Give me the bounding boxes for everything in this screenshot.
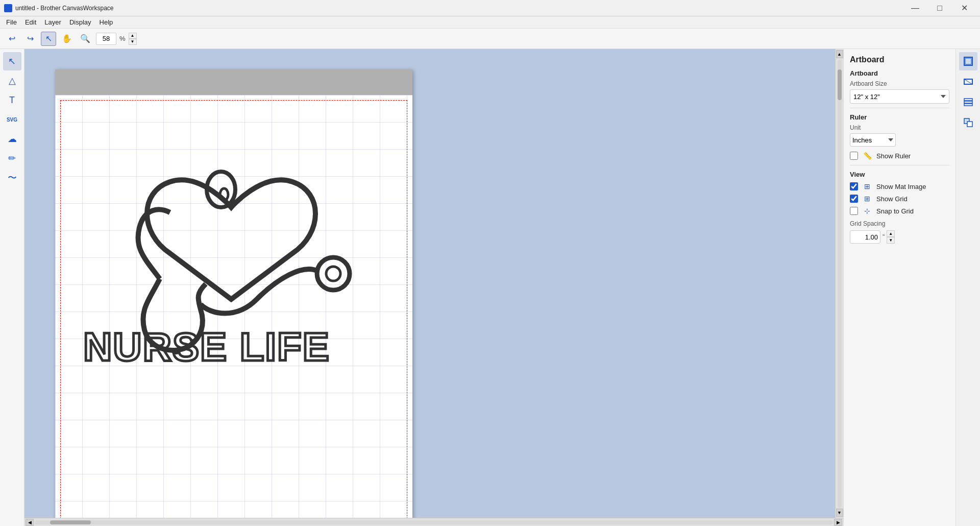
right-icon-bar [955, 49, 980, 526]
artboard-panel-btn[interactable] [959, 52, 977, 70]
layers-panel-btn[interactable] [959, 93, 977, 111]
artboard-size-label: Artboard Size [850, 80, 949, 87]
resize-panel-btn[interactable] [959, 73, 977, 91]
artboard-section-title: Artboard [850, 69, 949, 77]
snap-to-grid-label: Snap to Grid [876, 207, 914, 215]
grid-spacing-unit: " [883, 233, 885, 241]
zoom-spinner: ▲ ▼ [129, 33, 137, 45]
svg-rect-11 [964, 104, 972, 106]
svg-rect-9 [964, 99, 972, 101]
show-ruler-checkbox[interactable] [850, 152, 858, 160]
snap-icon: ⊹ [862, 206, 872, 216]
menu-edit[interactable]: Edit [21, 17, 40, 27]
artboard-size-select[interactable]: 12" x 12" 6" x 6" 6" x 8" 8" x 12" [850, 89, 949, 104]
show-grid-checkbox[interactable] [850, 195, 858, 203]
scroll-down-arrow[interactable]: ▼ [836, 509, 843, 517]
show-mat-image-checkbox[interactable] [850, 182, 858, 190]
grid-spacing-spinner: ▲ ▼ [887, 230, 895, 244]
right-layout: Artboard Artboard Artboard Size 12" x 12… [843, 49, 980, 526]
titlebar-controls: — □ ✕ [903, 0, 976, 16]
svg-point-0 [317, 257, 350, 290]
artwork-svg: NURSE LIFE [58, 100, 405, 396]
shape-tool-side[interactable]: △ [3, 71, 21, 90]
app-icon [4, 4, 12, 12]
menu-file[interactable]: File [2, 17, 21, 27]
redo-button[interactable]: ↪ [22, 32, 38, 46]
unit-select-wrap: Inches Millimeters Centimeters [850, 133, 896, 147]
unit-select[interactable]: Inches Millimeters Centimeters [850, 133, 896, 147]
minimize-button[interactable]: — [903, 0, 927, 16]
svg-line-8 [964, 79, 972, 84]
toolbar: ↩ ↪ ↖ ✋ 🔍 % ▲ ▼ [0, 29, 980, 49]
left-sidebar: ↖ △ T SVG ☁ ✏ 〜 [0, 49, 24, 526]
ruler-icon: 📏 [862, 151, 872, 161]
zoom-up-btn[interactable]: ▲ [129, 33, 137, 39]
properties-panel-btn[interactable] [959, 113, 977, 132]
properties-panel-icon [963, 117, 973, 128]
pen-tool-side[interactable]: ✏ [3, 149, 21, 168]
grid-spacing-row: " ▲ ▼ [850, 230, 949, 244]
scroll-thumb-vertical[interactable] [838, 69, 842, 100]
svg-text:NURSE LIFE: NURSE LIFE [83, 324, 330, 369]
cloud-tool-side[interactable]: ☁ [3, 130, 21, 148]
show-grid-row: ⊞ Show Grid [850, 194, 949, 204]
titlebar-left: untitled - Brother CanvasWorkspace [4, 4, 114, 12]
curve-tool-side[interactable]: 〜 [3, 169, 21, 187]
svg-rect-10 [964, 101, 972, 103]
horizontal-scrollbar[interactable]: ◀ ▶ [24, 518, 843, 526]
pan-tool-btn[interactable]: ✋ [59, 32, 75, 46]
resize-panel-icon [963, 77, 973, 87]
layers-panel-icon [963, 97, 973, 107]
show-ruler-row: 📏 Show Ruler [850, 151, 949, 161]
menu-help[interactable]: Help [95, 17, 117, 27]
scroll-right-arrow[interactable]: ▶ [834, 519, 842, 526]
undo-button[interactable]: ↩ [4, 32, 19, 46]
zoom-tool-btn[interactable]: 🔍 [78, 32, 93, 46]
svg-tool-side[interactable]: SVG [3, 110, 21, 129]
ruler-section: 📏 Show Ruler [850, 151, 949, 161]
grid-spacing-down-btn[interactable]: ▼ [887, 237, 895, 244]
zoom-unit: % [119, 35, 126, 42]
scroll-thumb-horizontal[interactable] [50, 520, 91, 524]
zoom-down-btn[interactable]: ▼ [129, 39, 137, 45]
artboard-canvas: NURSE LIFE [55, 69, 412, 524]
panel-title: Artboard [850, 55, 949, 64]
divider-1 [850, 108, 949, 108]
maximize-button[interactable]: □ [928, 0, 951, 16]
menu-layer[interactable]: Layer [40, 17, 65, 27]
show-mat-image-label: Show Mat Image [876, 183, 926, 190]
grid-spacing-label: Grid Spacing [850, 220, 949, 227]
show-ruler-label: Show Ruler [876, 152, 911, 160]
main-layout: ↖ △ T SVG ☁ ✏ 〜 [0, 49, 980, 526]
snap-to-grid-row: ⊹ Snap to Grid [850, 206, 949, 216]
grid-spacing-up-btn[interactable]: ▲ [887, 230, 895, 237]
text-tool-side[interactable]: T [3, 91, 21, 109]
svg-rect-6 [965, 58, 971, 64]
scroll-left-arrow[interactable]: ◀ [26, 519, 34, 526]
select-tool-side[interactable]: ↖ [3, 52, 21, 70]
right-panel: Artboard Artboard Artboard Size 12" x 12… [843, 49, 955, 526]
artboard-header [55, 69, 412, 95]
ruler-section-title: Ruler [850, 113, 949, 121]
canvas-area: NURSE LIFE ▲ ▼ ◀ ▶ [24, 49, 843, 526]
titlebar: untitled - Brother CanvasWorkspace — □ ✕ [0, 0, 980, 16]
show-grid-label: Show Grid [876, 195, 908, 203]
zoom-input[interactable] [96, 33, 116, 45]
scroll-track-horizontal [35, 520, 833, 524]
scroll-up-arrow[interactable]: ▲ [836, 50, 843, 58]
view-section-title: View [850, 171, 949, 178]
show-mat-image-row: ⊞ Show Mat Image [850, 181, 949, 192]
vertical-scrollbar[interactable]: ▲ ▼ [835, 49, 843, 518]
grid-spacing-input[interactable] [850, 230, 880, 244]
menu-display[interactable]: Display [65, 17, 95, 27]
close-button[interactable]: ✕ [952, 0, 976, 16]
unit-label: Unit [850, 124, 949, 131]
snap-to-grid-checkbox[interactable] [850, 207, 858, 215]
select-tool-btn[interactable]: ↖ [41, 32, 56, 46]
artboard-body: NURSE LIFE [55, 95, 412, 524]
scroll-track-vertical [838, 59, 842, 508]
titlebar-title: untitled - Brother CanvasWorkspace [15, 5, 114, 12]
grid-icon: ⊞ [862, 194, 872, 204]
svg-rect-13 [967, 122, 972, 127]
mat-image-icon: ⊞ [862, 181, 872, 192]
